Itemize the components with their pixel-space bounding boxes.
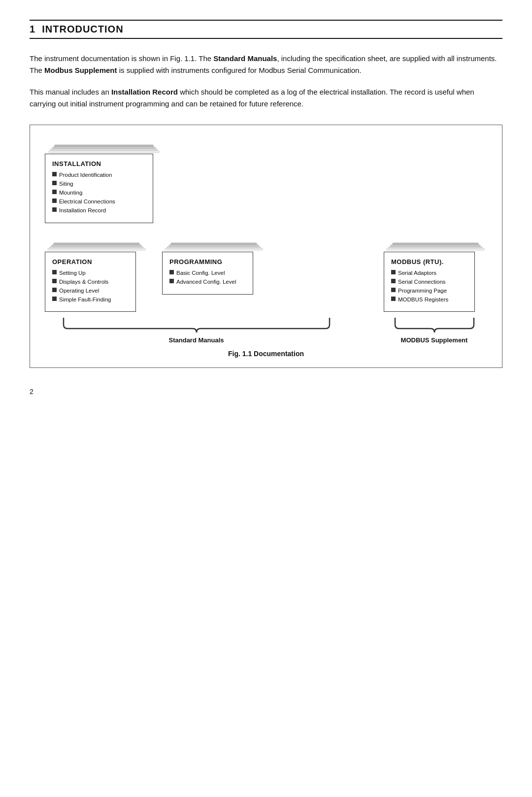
bullet [52,288,57,292]
p1-bold1: Standard Manuals [213,54,277,63]
book-pages-modbus [384,238,487,252]
top-books-row: INSTALLATION Product Identification Siti… [45,140,487,223]
prog-item-1: Basic Config. Level [169,269,246,277]
p2-text1: This manual includes an [30,88,111,96]
item-label: Operating Level [59,287,99,295]
item-label: Serial Adaptors [398,269,436,277]
bullet [391,288,396,292]
modbus-supplement-label: MODBUS Supplement [401,336,468,344]
modbus-item-3: Programming Page [391,287,467,295]
standard-manuals-label: Standard Manuals [169,336,224,344]
book-programming: PROGRAMMING Basic Config. Level Advanced… [162,238,266,295]
install-item-4: Electrical Connections [52,198,146,205]
item-label: Installation Record [59,207,106,214]
bullet [52,172,57,176]
item-label: Serial Connections [398,278,446,286]
book-modbus: MODBUS (RTU). Serial Adaptors Serial Con… [384,238,487,312]
standard-manuals-group: Standard Manuals [45,316,348,344]
p1-text3: is supplied with instruments configured … [117,66,362,74]
bullet [52,297,57,301]
programming-title: PROGRAMMING [169,258,246,266]
operation-title: OPERATION [52,258,129,266]
item-label: Mounting [59,189,82,197]
programming-cover: PROGRAMMING Basic Config. Level Advanced… [162,252,253,295]
op-item-4: Simple Fault-Finding [52,296,129,303]
op-item-3: Operating Level [52,287,129,295]
page-num-text: 2 [30,388,33,396]
figure-caption: Fig. 1.1 Documentation [45,350,487,358]
install-item-5: Installation Record [52,207,146,214]
bullet [391,270,396,274]
bullet [52,270,57,274]
op-item-2: Displays & Controls [52,278,129,286]
p1-bold2: Modbus Supplement [44,66,117,74]
bullet [52,199,57,203]
bullet [391,279,396,283]
op-item-1: Setting Up [52,269,129,277]
svg-rect-7 [48,248,145,250]
book-installation: INSTALLATION Product Identification Siti… [45,140,163,223]
modbus-item-1: Serial Adaptors [391,269,467,277]
modbus-brace-svg [385,316,484,333]
svg-rect-11 [165,248,263,250]
page-number: 2 [30,388,502,396]
intro-paragraph-1: The instrument documentation is shown in… [30,53,502,76]
book-pages-top [45,140,163,154]
item-label: MODBUS Registers [398,296,448,303]
installation-cover: INSTALLATION Product Identification Siti… [45,154,153,223]
modbus-item-2: Serial Connections [391,278,467,286]
item-label: Programming Page [398,287,447,295]
standard-brace-svg [54,316,339,333]
caption-text: Fig. 1.1 Documentation [228,350,304,358]
section-title: INTRODUCTION [42,24,123,34]
book-pages-programming [162,238,266,252]
figure-box: INSTALLATION Product Identification Siti… [30,125,502,368]
modbus-item-4: MODBUS Registers [391,296,467,303]
book-pages-operation [45,238,148,252]
section-number: 1 [30,24,35,34]
bullet [52,181,57,185]
intro-paragraph-2: This manual includes an Installation Rec… [30,86,502,110]
book-operation: OPERATION Setting Up Displays & Controls… [45,238,148,312]
item-label: Product Identification [59,171,112,179]
p1-text1: The instrument documentation is shown in… [30,54,213,63]
section-header: 1 INTRODUCTION [30,20,502,39]
item-label: Advanced Config. Level [176,278,236,286]
installation-title: INSTALLATION [52,160,146,167]
svg-rect-3 [49,151,159,153]
bullet [391,297,396,301]
modbus-supplement-group: MODBUS Supplement [381,316,487,344]
item-label: Basic Config. Level [176,269,225,277]
item-label: Simple Fault-Finding [59,296,111,303]
install-item-2: Siting [52,180,146,188]
page-title: 1 INTRODUCTION [30,24,124,34]
operation-cover: OPERATION Setting Up Displays & Controls… [45,252,136,312]
bullet [169,270,174,274]
install-item-1: Product Identification [52,171,146,179]
install-item-3: Mounting [52,189,146,197]
item-label: Siting [59,180,73,188]
svg-rect-15 [387,248,484,250]
bullet [169,279,174,283]
p2-bold: Installation Record [111,88,178,96]
bullet [52,279,57,283]
prog-item-2: Advanced Config. Level [169,278,246,286]
bullet [52,207,57,212]
item-label: Electrical Connections [59,198,115,205]
modbus-cover: MODBUS (RTU). Serial Adaptors Serial Con… [384,252,475,312]
bullet [52,190,57,194]
item-label: Displays & Controls [59,278,108,286]
item-label: Setting Up [59,269,86,277]
modbus-title: MODBUS (RTU). [391,258,467,266]
